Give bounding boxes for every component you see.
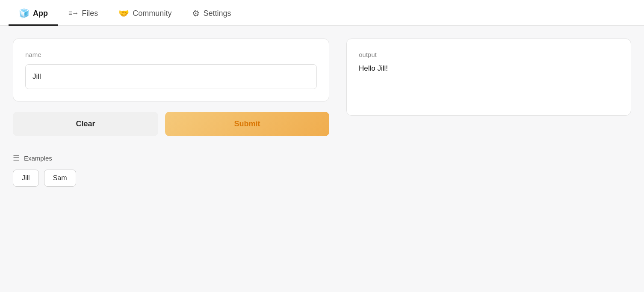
examples-list: Jill Sam: [13, 170, 631, 187]
files-icon: ≡→: [68, 9, 78, 17]
left-panel: name Clear Submit: [13, 39, 329, 136]
tab-settings-label: Settings: [203, 9, 231, 18]
settings-icon: ⚙: [192, 8, 200, 18]
button-row: Clear Submit: [13, 112, 329, 136]
output-field-label: output: [359, 51, 619, 58]
nav-tabs: 🧊 App ≡→ Files 🤝 Community ⚙ Settings: [0, 0, 644, 26]
input-card: name: [13, 39, 329, 101]
submit-button[interactable]: Submit: [165, 112, 329, 136]
example-chip-sam[interactable]: Sam: [44, 170, 76, 187]
examples-header: ☰ Examples: [13, 153, 631, 163]
tab-app-label: App: [33, 9, 48, 18]
tab-app[interactable]: 🧊 App: [9, 0, 58, 26]
name-input[interactable]: [25, 64, 317, 89]
examples-header-label: Examples: [24, 155, 52, 162]
output-value: Hello Jill!: [359, 64, 619, 73]
examples-section: ☰ Examples Jill Sam: [0, 153, 644, 187]
app-icon: 🧊: [19, 8, 30, 18]
community-icon: 🤝: [118, 8, 129, 18]
name-field-label: name: [25, 51, 317, 58]
output-card: output Hello Jill!: [346, 39, 631, 116]
tab-community[interactable]: 🤝 Community: [108, 0, 182, 26]
tab-settings[interactable]: ⚙ Settings: [182, 0, 241, 26]
right-panel: output Hello Jill!: [346, 39, 631, 116]
main-content: name Clear Submit output Hello Jill!: [0, 26, 644, 149]
example-chip-jill[interactable]: Jill: [13, 170, 39, 187]
tab-files[interactable]: ≡→ Files: [58, 0, 108, 26]
examples-list-icon: ☰: [13, 153, 20, 163]
clear-button[interactable]: Clear: [13, 112, 158, 136]
tab-files-label: Files: [82, 9, 98, 18]
tab-community-label: Community: [133, 9, 171, 18]
